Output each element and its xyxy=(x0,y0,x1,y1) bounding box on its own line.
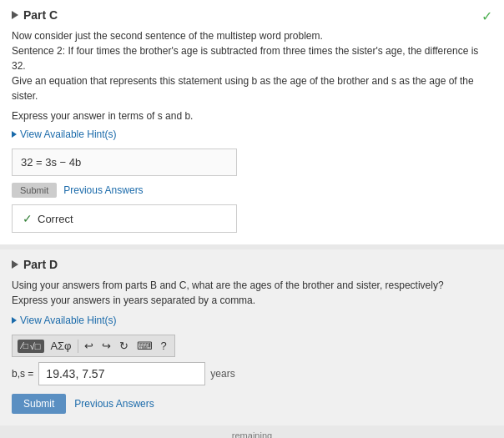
part-c-checkmark: ✓ xyxy=(481,8,492,24)
part-d-title: Part D xyxy=(23,258,58,271)
hint-toggle-c[interactable]: View Available Hint(s) xyxy=(12,128,492,140)
collapse-icon[interactable] xyxy=(12,11,18,19)
remaining-label: remaining xyxy=(232,430,272,438)
express-label: Express your answer in terms of s and b. xyxy=(12,110,492,122)
submit-btn-c[interactable]: Submit xyxy=(12,183,57,198)
fraction-icon[interactable]: ⁄□ xyxy=(22,341,28,350)
prev-answers-row-c: Submit Previous Answers xyxy=(12,183,492,198)
part-c-header: Part C xyxy=(12,8,492,22)
part-c-section: Part C ✓ Now consider just the second se… xyxy=(0,0,504,244)
hint-arrow-icon-d xyxy=(12,317,17,324)
part-d-header: Part D xyxy=(12,258,492,271)
math-toolbar: ⁄□ √□ AΣφ ↩ ↪ ↻ ⌨ ? xyxy=(12,335,175,357)
input-row: b,s = years xyxy=(12,362,492,385)
redo-icon[interactable]: ↪ xyxy=(99,339,113,353)
part-c-title: Part C xyxy=(23,8,58,22)
help-icon[interactable]: ? xyxy=(159,339,169,353)
hint-label-d: View Available Hint(s) xyxy=(20,315,117,326)
refresh-icon[interactable]: ↻ xyxy=(117,339,131,353)
correct-label: Correct xyxy=(38,213,73,225)
correct-check-icon: ✓ xyxy=(23,212,33,225)
hint-label-c: View Available Hint(s) xyxy=(20,128,117,140)
part-d-line2: Express your answers in years separated … xyxy=(12,293,492,308)
submit-btn-d[interactable]: Submit xyxy=(12,394,66,414)
prev-answers-link-c[interactable]: Previous Answers xyxy=(63,184,143,196)
hint-toggle-d[interactable]: View Available Hint(s) xyxy=(12,315,492,326)
undo-icon[interactable]: ↩ xyxy=(82,339,96,353)
prev-answers-link-d[interactable]: Previous Answers xyxy=(74,398,154,410)
submit-row: Submit Previous Answers xyxy=(12,394,492,414)
answer-input[interactable] xyxy=(38,362,205,385)
input-label: b,s = xyxy=(12,368,33,380)
sigma-icon[interactable]: AΣφ xyxy=(48,339,73,353)
problem-line2: Sentence 2: If four times the brother's … xyxy=(12,43,492,73)
collapse-icon-d[interactable] xyxy=(12,260,18,269)
sqrt-icon[interactable]: √□ xyxy=(30,341,41,351)
toolbar-math-box: ⁄□ √□ xyxy=(18,340,44,353)
part-d-line1: Using your answers from parts B and C, w… xyxy=(12,278,492,293)
correct-box: ✓ Correct xyxy=(12,204,237,233)
unit-label: years xyxy=(210,368,234,380)
keyboard-icon[interactable]: ⌨ xyxy=(134,339,155,353)
toolbar-sep xyxy=(78,340,78,353)
part-d-problem: Using your answers from parts B and C, w… xyxy=(12,278,492,308)
problem-line1: Now consider just the second sentence of… xyxy=(12,28,492,43)
part-c-problem: Now consider just the second sentence of… xyxy=(12,28,492,103)
part-d-section: Part D Using your answers from parts B a… xyxy=(0,249,504,425)
hint-arrow-icon xyxy=(12,131,17,138)
problem-line3: Give an equation that represents this st… xyxy=(12,73,492,103)
remaining-row: remaining xyxy=(0,425,504,438)
part-c-answer: 32 = 3s − 4b xyxy=(12,149,237,176)
